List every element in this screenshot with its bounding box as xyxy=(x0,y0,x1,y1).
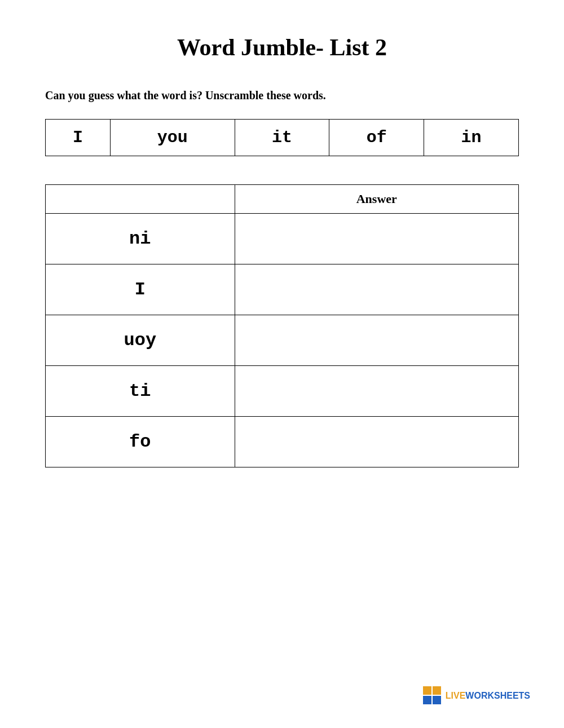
page-title: Word Jumble- List 2 xyxy=(45,34,519,61)
answer-input-5[interactable] xyxy=(235,417,518,467)
svg-rect-3 xyxy=(433,696,441,704)
word-bank-row: I you it of in xyxy=(46,120,519,156)
answer-header-col2: Answer xyxy=(235,185,518,214)
table-row: ni xyxy=(46,214,519,264)
svg-rect-0 xyxy=(423,686,431,695)
word-bank-cell-2: you xyxy=(110,120,235,156)
table-row: fo xyxy=(46,417,519,467)
answer-table: Answer ni I uoy ti fo xyxy=(45,184,519,467)
table-row: uoy xyxy=(46,315,519,366)
scrambled-word-3: uoy xyxy=(46,315,235,366)
answer-input-4[interactable] xyxy=(235,366,518,417)
word-bank-cell-1: I xyxy=(46,120,111,156)
word-bank-cell-5: in xyxy=(424,120,519,156)
answer-table-header: Answer xyxy=(46,185,519,214)
scrambled-word-1: ni xyxy=(46,214,235,264)
table-row: ti xyxy=(46,366,519,417)
instructions-text: Can you guess what the word is? Unscramb… xyxy=(45,89,519,102)
liveworksheets-branding: LIVEWORKSHEETS xyxy=(423,686,530,705)
answer-input-3[interactable] xyxy=(235,315,518,366)
answer-input-2[interactable] xyxy=(235,264,518,315)
lws-icon xyxy=(423,686,442,705)
word-bank-table: I you it of in xyxy=(45,119,519,156)
lws-worksheets-text: WORKSHEETS xyxy=(465,691,530,700)
scrambled-word-5: fo xyxy=(46,417,235,467)
answer-header-col1 xyxy=(46,185,235,214)
scrambled-word-2: I xyxy=(46,264,235,315)
answer-input-1[interactable] xyxy=(235,214,518,264)
svg-rect-2 xyxy=(423,696,431,704)
scrambled-word-4: ti xyxy=(46,366,235,417)
word-bank-cell-4: of xyxy=(329,120,424,156)
lws-logo-icon xyxy=(423,686,442,705)
lws-live-text: LIVE xyxy=(446,691,466,700)
lws-text: LIVEWORKSHEETS xyxy=(446,691,530,701)
svg-rect-1 xyxy=(433,686,441,695)
word-bank-cell-3: it xyxy=(235,120,329,156)
table-row: I xyxy=(46,264,519,315)
